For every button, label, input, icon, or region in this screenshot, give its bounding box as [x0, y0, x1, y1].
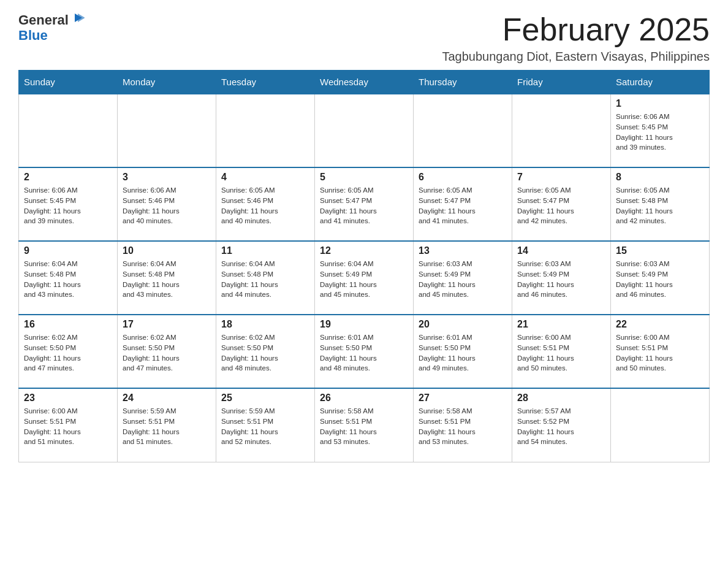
day-number: 15	[616, 245, 704, 256]
day-number: 24	[123, 393, 211, 404]
calendar-cell: 3Sunrise: 6:06 AM Sunset: 5:46 PM Daylig…	[118, 167, 216, 241]
calendar-cell: 18Sunrise: 6:02 AM Sunset: 5:50 PM Dayli…	[216, 315, 315, 388]
day-info: Sunrise: 6:03 AM Sunset: 5:49 PM Dayligh…	[419, 259, 507, 300]
calendar-cell: 23Sunrise: 6:00 AM Sunset: 5:51 PM Dayli…	[19, 388, 118, 462]
day-info: Sunrise: 6:02 AM Sunset: 5:50 PM Dayligh…	[221, 332, 309, 373]
logo-triangle-icon	[71, 11, 85, 25]
day-number: 25	[221, 393, 309, 404]
day-of-week-header: Tuesday	[216, 71, 315, 94]
day-number: 23	[24, 393, 112, 404]
day-of-week-header: Thursday	[414, 71, 512, 94]
day-info: Sunrise: 6:03 AM Sunset: 5:49 PM Dayligh…	[517, 259, 605, 300]
day-info: Sunrise: 6:02 AM Sunset: 5:50 PM Dayligh…	[123, 332, 211, 373]
calendar-cell	[19, 94, 118, 167]
calendar-cell: 14Sunrise: 6:03 AM Sunset: 5:49 PM Dayli…	[512, 241, 611, 315]
day-info: Sunrise: 6:05 AM Sunset: 5:47 PM Dayligh…	[320, 185, 408, 226]
day-number: 19	[320, 319, 408, 330]
day-number: 14	[517, 245, 605, 256]
day-info: Sunrise: 6:00 AM Sunset: 5:51 PM Dayligh…	[24, 406, 112, 447]
calendar-table: SundayMondayTuesdayWednesdayThursdayFrid…	[18, 70, 710, 462]
month-title: February 2025	[442, 12, 710, 47]
day-number: 3	[123, 172, 211, 183]
calendar-cell: 12Sunrise: 6:04 AM Sunset: 5:49 PM Dayli…	[315, 241, 414, 315]
calendar-cell: 15Sunrise: 6:03 AM Sunset: 5:49 PM Dayli…	[611, 241, 710, 315]
calendar-cell: 17Sunrise: 6:02 AM Sunset: 5:50 PM Dayli…	[118, 315, 216, 388]
day-number: 6	[419, 172, 507, 183]
day-info: Sunrise: 6:04 AM Sunset: 5:48 PM Dayligh…	[24, 259, 112, 300]
day-number: 2	[24, 172, 112, 183]
day-number: 18	[221, 319, 309, 330]
calendar-cell: 27Sunrise: 5:58 AM Sunset: 5:51 PM Dayli…	[414, 388, 512, 462]
day-info: Sunrise: 6:01 AM Sunset: 5:50 PM Dayligh…	[320, 332, 408, 373]
day-number: 9	[24, 245, 112, 256]
day-info: Sunrise: 5:59 AM Sunset: 5:51 PM Dayligh…	[123, 406, 211, 447]
day-info: Sunrise: 5:59 AM Sunset: 5:51 PM Dayligh…	[221, 406, 309, 447]
day-number: 27	[419, 393, 507, 404]
day-number: 7	[517, 172, 605, 183]
day-info: Sunrise: 6:03 AM Sunset: 5:49 PM Dayligh…	[616, 259, 704, 300]
day-info: Sunrise: 6:05 AM Sunset: 5:48 PM Dayligh…	[616, 185, 704, 226]
day-number: 1	[616, 98, 704, 109]
calendar-cell: 1Sunrise: 6:06 AM Sunset: 5:45 PM Daylig…	[611, 94, 710, 167]
calendar-header: SundayMondayTuesdayWednesdayThursdayFrid…	[19, 71, 710, 94]
day-info: Sunrise: 6:04 AM Sunset: 5:49 PM Dayligh…	[320, 259, 408, 300]
day-number: 10	[123, 245, 211, 256]
day-info: Sunrise: 5:58 AM Sunset: 5:51 PM Dayligh…	[320, 406, 408, 447]
day-number: 11	[221, 245, 309, 256]
day-number: 8	[616, 172, 704, 183]
day-info: Sunrise: 6:04 AM Sunset: 5:48 PM Dayligh…	[123, 259, 211, 300]
calendar-cell: 26Sunrise: 5:58 AM Sunset: 5:51 PM Dayli…	[315, 388, 414, 462]
day-info: Sunrise: 6:00 AM Sunset: 5:51 PM Dayligh…	[616, 332, 704, 373]
calendar-cell: 16Sunrise: 6:02 AM Sunset: 5:50 PM Dayli…	[19, 315, 118, 388]
calendar-cell	[118, 94, 216, 167]
calendar-cell: 6Sunrise: 6:05 AM Sunset: 5:47 PM Daylig…	[414, 167, 512, 241]
day-number: 20	[419, 319, 507, 330]
day-number: 5	[320, 172, 408, 183]
calendar-cell: 10Sunrise: 6:04 AM Sunset: 5:48 PM Dayli…	[118, 241, 216, 315]
day-of-week-header: Monday	[118, 71, 216, 94]
day-info: Sunrise: 5:58 AM Sunset: 5:51 PM Dayligh…	[419, 406, 507, 447]
calendar-cell	[216, 94, 315, 167]
day-info: Sunrise: 6:00 AM Sunset: 5:51 PM Dayligh…	[517, 332, 605, 373]
day-number: 26	[320, 393, 408, 404]
page-header: General Blue February 2025 Tagbubungang …	[18, 12, 710, 64]
day-of-week-header: Sunday	[19, 71, 118, 94]
logo-general-text: General	[18, 13, 69, 28]
day-number: 22	[616, 319, 704, 330]
calendar-cell: 2Sunrise: 6:06 AM Sunset: 5:45 PM Daylig…	[19, 167, 118, 241]
day-of-week-header: Friday	[512, 71, 611, 94]
calendar-cell	[611, 388, 710, 462]
day-info: Sunrise: 6:05 AM Sunset: 5:47 PM Dayligh…	[419, 185, 507, 226]
day-info: Sunrise: 6:04 AM Sunset: 5:48 PM Dayligh…	[221, 259, 309, 300]
day-of-week-header: Wednesday	[315, 71, 414, 94]
calendar-cell: 9Sunrise: 6:04 AM Sunset: 5:48 PM Daylig…	[19, 241, 118, 315]
calendar-cell	[315, 94, 414, 167]
svg-marker-1	[78, 13, 85, 22]
title-area: February 2025 Tagbubungang Diot, Eastern…	[442, 12, 710, 64]
day-info: Sunrise: 6:06 AM Sunset: 5:46 PM Dayligh…	[123, 185, 211, 226]
calendar-cell	[414, 94, 512, 167]
day-of-week-header: Saturday	[611, 71, 710, 94]
day-number: 17	[123, 319, 211, 330]
calendar-cell: 20Sunrise: 6:01 AM Sunset: 5:50 PM Dayli…	[414, 315, 512, 388]
calendar-cell: 19Sunrise: 6:01 AM Sunset: 5:50 PM Dayli…	[315, 315, 414, 388]
calendar-cell: 13Sunrise: 6:03 AM Sunset: 5:49 PM Dayli…	[414, 241, 512, 315]
day-info: Sunrise: 6:02 AM Sunset: 5:50 PM Dayligh…	[24, 332, 112, 373]
day-number: 13	[419, 245, 507, 256]
calendar-cell: 24Sunrise: 5:59 AM Sunset: 5:51 PM Dayli…	[118, 388, 216, 462]
day-info: Sunrise: 6:06 AM Sunset: 5:45 PM Dayligh…	[616, 112, 704, 153]
calendar-cell: 4Sunrise: 6:05 AM Sunset: 5:46 PM Daylig…	[216, 167, 315, 241]
logo: General Blue	[18, 12, 85, 43]
day-info: Sunrise: 6:05 AM Sunset: 5:47 PM Dayligh…	[517, 185, 605, 226]
location-subtitle: Tagbubungang Diot, Eastern Visayas, Phil…	[442, 50, 710, 64]
calendar-cell: 7Sunrise: 6:05 AM Sunset: 5:47 PM Daylig…	[512, 167, 611, 241]
day-info: Sunrise: 6:06 AM Sunset: 5:45 PM Dayligh…	[24, 185, 112, 226]
calendar-cell: 8Sunrise: 6:05 AM Sunset: 5:48 PM Daylig…	[611, 167, 710, 241]
day-number: 28	[517, 393, 605, 404]
day-info: Sunrise: 6:01 AM Sunset: 5:50 PM Dayligh…	[419, 332, 507, 373]
day-number: 12	[320, 245, 408, 256]
logo-blue-text: Blue	[18, 28, 48, 43]
day-info: Sunrise: 5:57 AM Sunset: 5:52 PM Dayligh…	[517, 406, 605, 447]
day-number: 16	[24, 319, 112, 330]
calendar-cell: 5Sunrise: 6:05 AM Sunset: 5:47 PM Daylig…	[315, 167, 414, 241]
